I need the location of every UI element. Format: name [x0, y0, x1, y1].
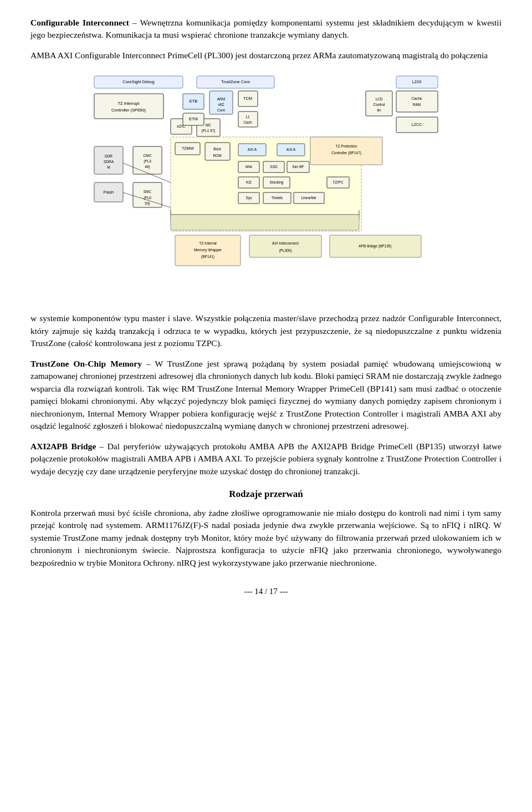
cache-ram-box	[396, 91, 438, 112]
tcm-label: TCM	[243, 96, 252, 101]
etb-label: ETB	[190, 99, 198, 104]
page-content: Configurable Interconnect – Wewnętrzna k…	[30, 17, 502, 598]
boot-rom-label1: Boot	[213, 147, 221, 151]
apb-bridge-label: APB Bridge (BP135)	[359, 244, 391, 248]
mc-pl1-label1: MC	[206, 123, 211, 127]
section-paragraph-przerwania: Kontrola przerwań musi być ściśle chroni…	[30, 507, 502, 569]
l1-cache-box	[238, 111, 258, 127]
boot-rom-box	[205, 143, 230, 160]
tz-interrupt-label1: TZ Interrupt	[117, 101, 140, 106]
ssd-label: SSD	[270, 165, 278, 169]
tz-memory-label2: Memory Wrapper	[194, 248, 222, 252]
cmc-label3: 48)	[145, 165, 150, 169]
cmc-label2: (PL3	[144, 159, 151, 164]
sim-bf-label: Sim BF	[292, 165, 304, 169]
tz-protection-label1: TZ Protection	[335, 144, 357, 148]
axi-interconnect-label2: (PL300)	[279, 248, 291, 253]
tz-interrupt-box	[94, 94, 163, 119]
paragraph-trustzone-memory: TrustZone On-Chip Memory – W TrustZone j…	[30, 358, 502, 433]
lcd-label1: LCD	[375, 97, 382, 101]
diagram-svg: CoreSight Debug TrustZone Core L220 TZ I…	[89, 72, 443, 304]
trustzone-core-label: TrustZone Core	[221, 79, 250, 84]
l2cc-label: L2CC	[411, 122, 422, 127]
l220-label: L220	[412, 79, 422, 84]
ddr-label1: DDR	[105, 154, 112, 158]
arm-core-label1: ARM	[217, 97, 225, 101]
paragraph-post-diagram: w systemie komponentów typu master i sla…	[30, 312, 502, 349]
ddr-label3: M	[107, 165, 110, 169]
coresight-label: CoreSight Debug	[122, 79, 155, 84]
ddr-label2: SDRA	[104, 160, 114, 164]
lcd-label2: Control	[374, 103, 386, 106]
stocking-label: Stocking	[270, 180, 284, 185]
axia1-label: AXI A	[248, 148, 257, 151]
l1-cache-label1: L1	[245, 115, 250, 119]
axi-interconnect-label1: AXI Interconnect	[272, 241, 299, 245]
paragraph-axi2apb-text: – Dal peryferiów używających protokołu A…	[30, 441, 502, 476]
cache-ram-label2: RAM	[413, 103, 421, 106]
paragraph-trustzone-memory-text: – W TrustZone jest sprawą pożądaną by sy…	[30, 359, 502, 430]
section-heading-przerwania: Rodzaje przerwań	[30, 488, 502, 501]
tzpc-label: TZ/PC	[333, 180, 344, 184]
tzimw-label: TZIMW	[182, 146, 194, 150]
arm-core-label3: Core	[217, 108, 225, 112]
architecture-diagram: CoreSight Debug TrustZone Core L220 TZ I…	[30, 72, 502, 304]
axi-interconnect-box	[249, 235, 321, 257]
axia2-label: AXI A	[287, 148, 296, 151]
smc-label1: SMC	[144, 190, 152, 194]
pl300-bar	[171, 215, 359, 230]
cache-ram-label1: Cache	[412, 97, 422, 100]
tz-protection-label2: Controller (BP147)	[331, 151, 361, 155]
lcd-label3: ler	[377, 108, 381, 112]
mc-pl1-label2: (PL1 97)	[202, 129, 216, 133]
term-trustzone-memory: TrustZone On-Chip Memory	[30, 359, 142, 368]
arm-core-label2: v6Z	[218, 103, 224, 106]
flash-label: Flash	[104, 190, 114, 195]
kiz-label: KIZ	[246, 180, 252, 184]
page-footer: --- 14 / 17 ---	[30, 586, 502, 598]
smc-label3: 93)	[145, 201, 150, 206]
term-axi2apb: AXI2APB Bridge	[30, 441, 96, 451]
tz-memory-label3: (BP141)	[201, 255, 214, 259]
paragraph-configurable-interconnect: Configurable Interconnect – Wewnętrzna k…	[30, 17, 502, 42]
cmc-label1: CMC	[144, 154, 152, 158]
term-configurable-interconnect: Configurable Interconnect	[30, 18, 129, 27]
linearme-label: LinearMe	[301, 196, 316, 200]
paragraph-axi2apb: AXI2APB Bridge – Dal peryferiów używając…	[30, 440, 502, 478]
l1-cache-label2: Cach	[243, 120, 252, 124]
paragraph-amba-intro: AMBA AXI Configurable Interconnect Prime…	[30, 49, 502, 62]
etm-label: ETM	[189, 116, 198, 121]
tinkets-label: Tinkets	[272, 196, 283, 200]
tz-memory-label1: TZ Internal	[199, 241, 217, 245]
boot-rom-label2: ROM	[213, 154, 221, 158]
tz-interrupt-label2: Controller (SP890)	[111, 108, 146, 113]
wiki-label: Wiki	[245, 165, 252, 169]
sys-label: Sys	[246, 196, 253, 200]
